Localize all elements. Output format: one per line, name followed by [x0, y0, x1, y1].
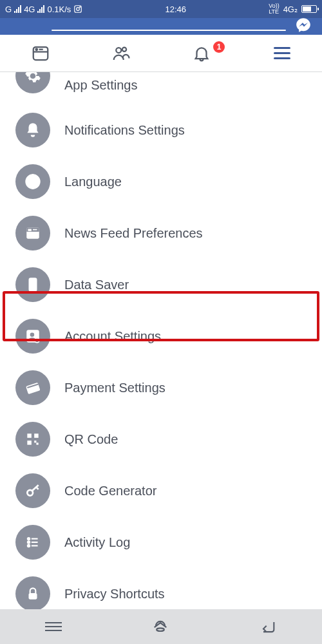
svg-rect-29 — [36, 442, 38, 444]
data-speed-indicator: 0.1K/s — [47, 5, 71, 14]
facebook-top-bar — [0, 18, 322, 35]
menu-item-label: Notifications Settings — [64, 123, 185, 138]
svg-rect-28 — [34, 440, 36, 442]
battery-icon — [301, 5, 317, 13]
tab-friends[interactable] — [80, 44, 161, 63]
globe-icon — [15, 164, 50, 199]
menu-qr-code[interactable]: QR Code — [0, 413, 322, 465]
recent-apps-button[interactable] — [45, 622, 62, 631]
friends-tab-icon — [111, 44, 131, 63]
hamburger-icon — [274, 47, 290, 59]
svg-point-30 — [27, 490, 33, 496]
network-4g2-indicator: 4G₂ — [283, 5, 298, 14]
home-button[interactable] — [151, 618, 169, 636]
news-feed-icon — [15, 216, 50, 251]
facebook-tab-bar: 1 — [0, 35, 322, 72]
settings-list: App Settings Notifications Settings Lang… — [0, 72, 322, 620]
lock-icon — [15, 576, 50, 611]
menu-news-feed[interactable]: News Feed Preferences — [0, 207, 322, 259]
signal-bars-icon — [14, 5, 21, 13]
network-type-indicator: G — [5, 5, 12, 14]
svg-rect-39 — [29, 593, 37, 600]
svg-point-21 — [30, 333, 35, 337]
menu-language[interactable]: Language — [0, 156, 322, 207]
instagram-icon — [73, 5, 82, 14]
feed-tab-icon — [31, 44, 50, 63]
svg-point-35 — [28, 541, 30, 543]
notification-badge: 1 — [213, 41, 225, 53]
svg-point-5 — [35, 48, 37, 50]
clock: 12:46 — [165, 5, 186, 14]
key-icon — [15, 473, 50, 508]
svg-rect-27 — [27, 440, 32, 445]
menu-notifications[interactable]: Notifications Settings — [0, 104, 322, 156]
gear-icon — [15, 72, 50, 93]
svg-rect-26 — [34, 433, 38, 438]
menu-item-label: Payment Settings — [64, 381, 166, 395]
svg-point-37 — [28, 545, 30, 547]
menu-app-settings[interactable]: App Settings — [0, 72, 322, 104]
signal-bars-icon-2 — [37, 5, 44, 13]
bell-tab-icon — [192, 44, 211, 63]
svg-point-33 — [28, 538, 30, 540]
menu-account-settings[interactable]: Account Settings — [0, 310, 322, 362]
menu-item-label: Account Settings — [64, 329, 161, 344]
menu-item-label: News Feed Preferences — [64, 226, 203, 241]
payment-icon — [15, 370, 50, 405]
svg-point-40 — [156, 628, 164, 631]
svg-point-8 — [122, 47, 126, 51]
menu-item-label: Code Generator — [64, 484, 156, 498]
menu-item-label: App Settings — [64, 78, 137, 93]
android-status-bar: G 4G 0.1K/s 12:46 Vo)) LTE 4G₂ — [0, 0, 322, 18]
system-nav-bar — [0, 609, 322, 644]
svg-rect-16 — [28, 229, 31, 231]
menu-item-label: Language — [64, 175, 122, 189]
menu-activity-log[interactable]: Activity Log — [0, 516, 322, 568]
menu-payment-settings[interactable]: Payment Settings — [0, 362, 322, 413]
svg-line-32 — [36, 488, 38, 489]
tab-feed[interactable] — [0, 44, 80, 63]
menu-item-label: Privacy Shortcuts — [64, 587, 165, 601]
menu-item-label: Activity Log — [64, 535, 130, 550]
menu-data-saver[interactable]: Data Saver — [0, 259, 322, 310]
tab-notifications[interactable]: 1 — [161, 44, 242, 63]
bell-icon — [15, 113, 50, 147]
phone-icon — [15, 267, 50, 302]
list-icon — [15, 525, 50, 560]
back-button[interactable] — [259, 618, 277, 636]
menu-code-generator[interactable]: Code Generator — [0, 465, 322, 516]
tab-menu[interactable] — [242, 47, 322, 59]
svg-point-7 — [116, 48, 121, 53]
messenger-icon[interactable] — [295, 17, 312, 33]
network-4g-indicator: 4G — [24, 5, 35, 14]
svg-rect-25 — [27, 433, 32, 438]
svg-point-1 — [77, 8, 80, 11]
volte-indicator: Vo)) LTE — [269, 3, 279, 15]
account-settings-icon — [15, 319, 50, 354]
qr-icon — [15, 422, 50, 457]
svg-point-2 — [80, 6, 80, 7]
menu-item-label: QR Code — [64, 432, 118, 447]
menu-item-label: Data Saver — [64, 278, 129, 292]
